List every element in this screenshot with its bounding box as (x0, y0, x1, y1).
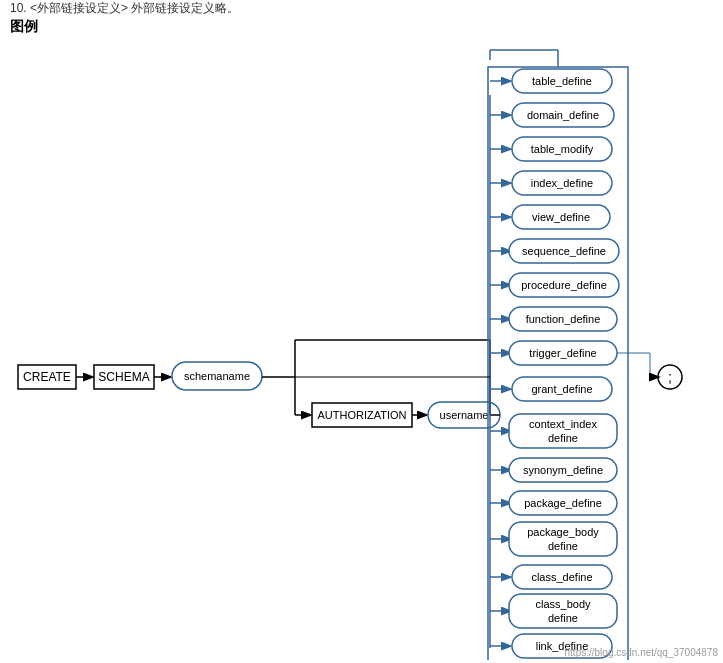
svg-text:AUTHORIZATION: AUTHORIZATION (317, 409, 406, 421)
svg-text:table_modify: table_modify (531, 143, 594, 155)
procedure-define-node: procedure_define (509, 273, 619, 297)
sequence-define-node: sequence_define (509, 239, 619, 263)
svg-text:table_define: table_define (532, 75, 592, 87)
class-body-define-node: class_body define (509, 594, 617, 628)
svg-text:sequence_define: sequence_define (522, 245, 606, 257)
svg-text:username: username (440, 409, 489, 421)
svg-text:class_body: class_body (535, 598, 591, 610)
svg-text:synonym_define: synonym_define (523, 464, 603, 476)
svg-text:;: ; (668, 369, 672, 385)
svg-text:schemaname: schemaname (184, 370, 250, 382)
svg-text:function_define: function_define (526, 313, 601, 325)
grant-define-node: grant_define (512, 377, 612, 401)
schemaname-node: schemaname (172, 362, 262, 390)
schema-node: SCHEMA (94, 365, 154, 389)
watermark: https://blog.csdn.net/qq_37004878 (565, 647, 718, 658)
diagram: CREATE SCHEMA schemaname AUTHORIZATION (0, 40, 723, 660)
svg-text:procedure_define: procedure_define (521, 279, 607, 291)
svg-text:define: define (548, 540, 578, 552)
svg-text:context_index: context_index (529, 418, 597, 430)
username-node: username (428, 402, 500, 428)
synonym-define-node: synonym_define (509, 458, 617, 482)
svg-text:SCHEMA: SCHEMA (98, 370, 149, 384)
svg-text:CREATE: CREATE (23, 370, 71, 384)
svg-text:domain_define: domain_define (527, 109, 599, 121)
svg-text:class_define: class_define (531, 571, 592, 583)
package-body-define-node: package_body define (509, 522, 617, 556)
trigger-define-node: trigger_define (509, 341, 617, 365)
legend-title: 图例 (10, 18, 38, 36)
create-node: CREATE (18, 365, 76, 389)
svg-text:trigger_define: trigger_define (529, 347, 596, 359)
svg-text:grant_define: grant_define (531, 383, 592, 395)
table-modify-node: table_modify (512, 137, 612, 161)
domain-define-node: domain_define (512, 103, 614, 127)
class-define-node: class_define (512, 565, 612, 589)
svg-text:package_body: package_body (527, 526, 599, 538)
index-define-node: index_define (512, 171, 612, 195)
svg-text:view_define: view_define (532, 211, 590, 223)
authorization-node: AUTHORIZATION (312, 403, 412, 427)
svg-text:index_define: index_define (531, 177, 593, 189)
svg-text:package_define: package_define (524, 497, 602, 509)
svg-text:define: define (548, 432, 578, 444)
function-define-node: function_define (509, 307, 617, 331)
table-define-node: table_define (512, 69, 612, 93)
package-define-node: package_define (509, 491, 617, 515)
context-index-define-node: context_index define (509, 414, 617, 448)
view-define-node: view_define (512, 205, 610, 229)
top-text: 10. <外部链接设定义> 外部链接设定义略。 (10, 0, 239, 17)
svg-text:define: define (548, 612, 578, 624)
